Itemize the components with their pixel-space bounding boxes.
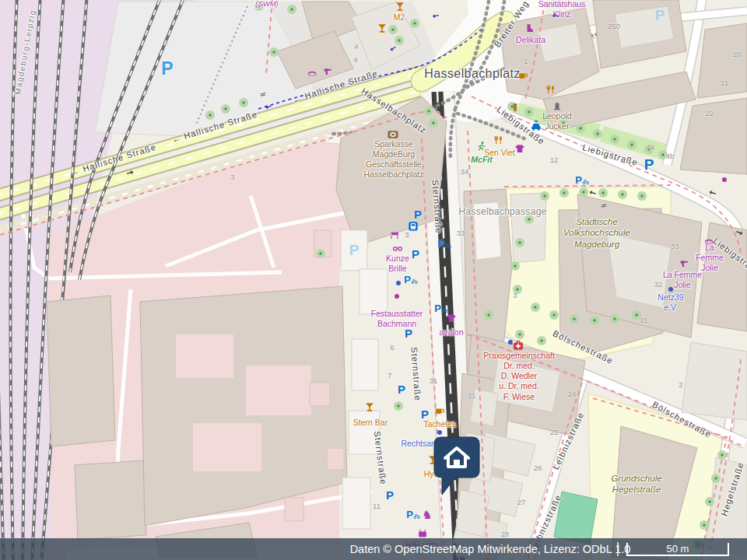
scale-label: 50 m — [667, 544, 689, 554]
attribution-divider — [617, 542, 619, 556]
sports-pitch — [554, 492, 598, 544]
map-tiles — [0, 0, 747, 560]
scale-bar: 50 m — [626, 543, 729, 556]
map-marker[interactable] — [433, 436, 481, 498]
attribution-bar: Daten © OpenStreetMap Mitwirkende, Lizen… — [0, 538, 747, 560]
attribution-text: Daten © OpenStreetMap Mitwirkende, Lizen… — [350, 543, 631, 555]
map-canvas[interactable]: Magdeburg-Leipzig (SWM) ← Hallische Stra… — [0, 0, 747, 560]
